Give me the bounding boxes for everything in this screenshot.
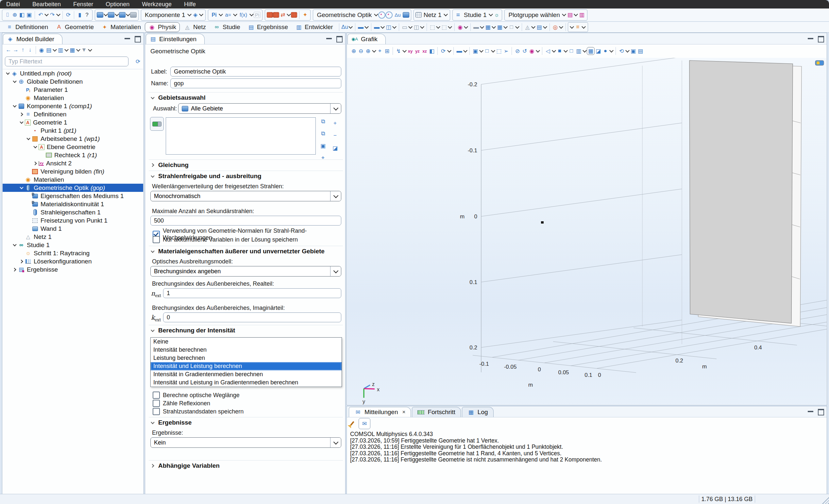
plot-area[interactable]: -0.2-0.100.10.2m-0.1-0.0500.050.1m00.20.… [347,58,826,405]
float-button[interactable] [336,36,343,42]
paste-selection-icon[interactable]: ▣ [319,142,327,149]
box-icon[interactable]: □ [508,24,515,31]
tree-item-komponente-1[interactable]: Komponente 1(comp1) [3,102,143,110]
move-up-icon[interactable]: ↑ [19,46,27,53]
print-icon[interactable]: ▤ [637,47,644,55]
update-solution-icon[interactable]: ⟳ [65,11,72,19]
dropdown-caret-icon[interactable] [349,25,353,29]
swap-selection-icon[interactable]: ◪ [331,144,339,152]
expander-icon[interactable] [26,136,31,142]
layout-icon[interactable]: ≡ [574,24,581,31]
combo-dropdown-button[interactable] [330,104,341,113]
rotate-icon[interactable]: ⟳ [440,47,447,55]
table-up-icon[interactable] [119,12,125,17]
tree-item-geometrie-1[interactable]: AGeometrie 1 [3,118,143,127]
intensity-dropdown-list[interactable]: KeineIntensität berechnenLeistung berech… [150,337,342,387]
domain-node-icon[interactable]: ▬ [357,24,364,31]
plot-settings-icon[interactable]: ▥ [575,47,582,55]
snapshot-icon[interactable]: ▣ [629,47,637,55]
filter-input[interactable]: Typ Filtertext [5,57,129,66]
tree-item-geometrische-optik[interactable]: Geometrische Optik(gop) [3,184,143,192]
grid-icon[interactable]: ▦ [587,47,594,55]
section-chevron-icon[interactable] [150,463,155,468]
tree-item-definitionen[interactable]: ≡Definitionen [3,110,143,118]
build-mesh-icon[interactable]: ◬ [524,24,531,31]
dropdown-caret-icon[interactable] [574,13,578,17]
scene-cube-icon[interactable]: ■ [556,47,563,55]
dropdown-caret-icon[interactable] [492,25,496,29]
dropdown-caret-icon[interactable] [125,13,130,17]
grid1-icon[interactable]: ▦ [484,24,492,31]
back-icon[interactable]: ← [5,46,12,53]
study-selector[interactable]: Studie 1 [462,11,489,19]
add-physics-icon[interactable] [378,11,386,19]
table-add-icon[interactable] [97,12,103,17]
physics-table-icon[interactable] [403,12,409,17]
mesh-table-icon[interactable]: ▤ [536,24,543,31]
expander-icon[interactable] [12,267,17,272]
graphics-tab[interactable]: ◉A Grafik [348,34,386,44]
filter-caret[interactable] [87,48,92,52]
expander-icon[interactable] [19,112,24,117]
tree-item-globale-definitionen[interactable]: ⊕Globale Definitionen [3,77,143,86]
max-sekundaer-input[interactable]: 500 [150,216,341,225]
expander-icon[interactable] [5,71,10,76]
dropdown-option[interactable]: Intensität und Leistung in Gradientenmed… [151,379,341,387]
menu-fenster[interactable]: Fenster [67,0,99,8]
dropdown-caret-icon[interactable] [479,49,483,53]
wellenlaenge-combo[interactable]: Monochromatisch [150,191,341,201]
color-palette-icon[interactable]: ● [602,47,609,55]
multiphysics-icon[interactable]: ◉ [457,24,464,31]
open-messages-window-button[interactable]: ✉ [359,418,370,429]
dropdown-caret-icon[interactable] [559,25,564,29]
zoom-in-icon[interactable]: ⊕ [350,47,357,55]
intensity-checkbox-1[interactable]: Zähle Reflexionen [153,400,210,407]
combo-dropdown-button[interactable] [330,438,341,447]
dropdown-caret-icon[interactable] [64,48,69,52]
filter-icon[interactable]: ▼ [80,46,87,53]
tree-item-materialien[interactable]: ◉Materialien [3,94,143,102]
ribbon-tab-ergebnisse[interactable]: ▤Ergebnisse [244,23,291,32]
scene-light-icon[interactable]: ▬ [456,47,463,55]
compute-icon[interactable]: = [455,11,462,19]
ribbon-tab-entwickler[interactable]: ▥Entwickler [292,23,336,32]
dropdown-caret-icon[interactable] [563,49,568,53]
help-icon[interactable]: ? [83,11,91,19]
dropdown-caret-icon[interactable] [625,49,629,53]
sync-icon[interactable]: ⟲ [618,47,625,55]
tree-item-freisetzung-von-punkt-1[interactable]: Freisetzung von Punkt 1 [3,216,143,224]
menu-werkzeuge[interactable]: Werkzeuge [136,0,178,8]
dropdown-caret-icon[interactable] [515,25,520,29]
dropdown-caret-icon[interactable] [52,48,57,52]
checkbox-unchecked[interactable] [153,400,160,407]
redo-caret[interactable] [56,13,61,17]
select-icon[interactable]: ▣ [472,47,479,55]
collapse-all-icon[interactable]: ▥ [57,46,64,53]
dropdown-option[interactable]: Intensität und Leistung berechnen [151,362,341,370]
ribbon-tab-studie[interactable]: ∞Studie [210,23,244,32]
undo-icon[interactable]: ↶ [37,11,44,19]
tree-item-eigenschaften-des-mediums-1[interactable]: Eigenschaften des Mediums 1 [3,192,143,200]
zoom-extents-icon[interactable]: ⌖ [376,47,384,55]
ribbon-tab-physik[interactable]: ◉Physik [145,22,180,32]
transparency-icon[interactable]: ↺ [521,47,528,55]
add-component-icon[interactable]: ◈ [192,11,199,19]
ribbon-tab-netz[interactable]: ◬Netz [180,23,209,32]
open-icon[interactable]: ◧ [18,11,26,19]
functions-icon[interactable]: f(x) [238,12,249,18]
dropdown-caret-icon[interactable] [464,25,468,29]
dropdown-caret-icon[interactable] [531,25,536,29]
dropdown-caret-icon[interactable] [609,49,614,53]
study-caret[interactable] [489,13,493,17]
section-chevron-icon[interactable] [150,95,155,100]
dropdown-caret-icon[interactable] [392,25,397,29]
dropdown-option[interactable]: Intensität in Gradientenmedien berechnen [151,370,341,379]
show-panel-icon[interactable]: ▮ [76,11,83,19]
float-button[interactable] [818,409,824,416]
float-button[interactable] [135,36,141,42]
move-down-icon[interactable]: ↓ [27,46,34,53]
import-icon[interactable] [273,12,279,17]
dropdown-caret-icon[interactable] [436,25,441,29]
physics-caret[interactable] [374,13,378,17]
component-caret[interactable] [187,13,192,17]
